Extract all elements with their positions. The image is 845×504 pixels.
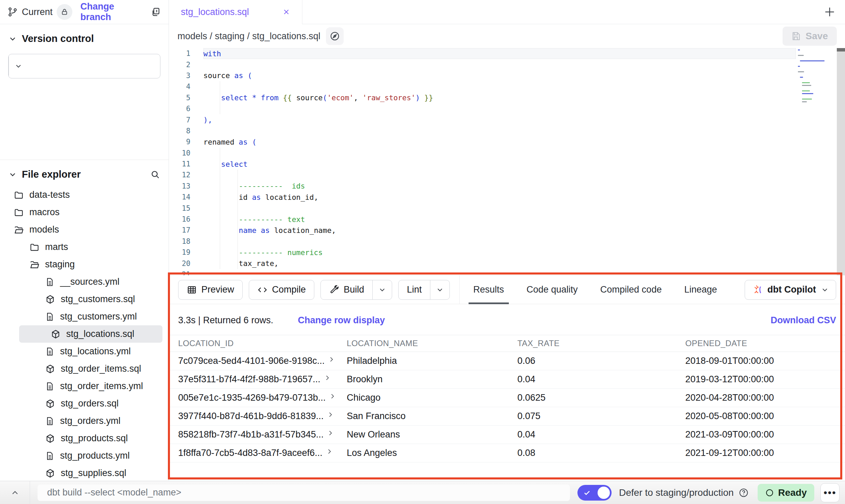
code-line-19[interactable]: 19 ---------- numerics (169, 247, 796, 258)
file-tree-item-stg-order-items-yml[interactable]: stg_order_items.yml (0, 377, 169, 395)
download-csv-link[interactable]: Download CSV (771, 315, 836, 326)
results-row-6[interactable]: 1f8ffa70-7cb5-4d83-8a7f-9aceef6...Los An… (169, 444, 845, 462)
results-row-1[interactable]: 7c079cea-5ed4-4101-906e-9198c...Philadel… (169, 352, 845, 370)
panel-tab-results[interactable]: Results (473, 276, 504, 304)
code-line-1[interactable]: 1with (169, 48, 796, 59)
command-input[interactable]: dbt build --select <model_name> (38, 485, 570, 501)
results-row-3[interactable]: 005e7e1c-1935-4269-b479-0713b...Chicago0… (169, 389, 845, 407)
new-tab-button[interactable] (823, 5, 836, 18)
file-tree-item-stg-products-yml[interactable]: stg_products.yml (0, 447, 169, 464)
column-header-location_name[interactable]: LOCATION_NAME (347, 339, 517, 348)
code-line-15[interactable]: 15 (169, 203, 796, 213)
row-expand-icon[interactable] (329, 393, 336, 400)
code-line-10[interactable]: 10 (169, 148, 796, 159)
column-header-location_id[interactable]: LOCATION_ID (178, 339, 347, 348)
row-expand-icon[interactable] (324, 374, 331, 381)
chevron-down-icon (8, 170, 17, 179)
copilot-label: dbt Copilot (768, 284, 816, 295)
line-number: 4 (169, 83, 203, 91)
dbt-copilot-button[interactable]: dbt Copilot (745, 280, 836, 300)
change-row-display-link[interactable]: Change row display (298, 315, 385, 326)
code-line-3[interactable]: 3source as ( (169, 70, 796, 81)
cell-location-id: 3977f440-b87d-461b-9dd6-81839... (178, 411, 324, 421)
scrollbar-thumb[interactable] (837, 48, 845, 51)
expand-command-bar-button[interactable] (0, 481, 30, 504)
file-tree-item-staging[interactable]: staging (0, 256, 169, 273)
code-line-14[interactable]: 14 id as location_id, (169, 192, 796, 203)
build-caret[interactable] (372, 280, 392, 299)
copy-icon[interactable] (151, 7, 161, 17)
change-branch-link[interactable]: Change branch (81, 1, 147, 23)
row-expand-icon[interactable] (328, 356, 335, 363)
search-icon[interactable] (150, 169, 160, 180)
code-line-6[interactable]: 6 (169, 103, 796, 114)
results-row-5[interactable]: 858218fb-73f7-4b1b-a31f-57b345...New Orl… (169, 426, 845, 444)
create-branch-caret[interactable] (9, 54, 28, 78)
more-options-button[interactable]: ••• (820, 483, 840, 502)
folder-icon (14, 190, 24, 200)
file-tree-item-stg-order-items-sql[interactable]: stg_order_items.sql (0, 360, 169, 377)
code-line-20[interactable]: 20 tax_rate, (169, 258, 796, 269)
file-tree-item-stg-customers-sql[interactable]: stg_customers.sql (0, 291, 169, 308)
file-tree-item-stg-supplies-sql[interactable]: stg_supplies.sql (0, 464, 169, 482)
code-line-4[interactable]: 4 (169, 81, 796, 92)
defer-toggle[interactable] (577, 485, 612, 501)
code-line-13[interactable]: 13 ---------- ids (169, 181, 796, 192)
code-line-8[interactable]: 8 (169, 125, 796, 136)
tab-stg-locations-sql[interactable]: stg_locations.sql (169, 0, 302, 24)
code-line-2[interactable]: 2 (169, 59, 796, 70)
file-tree-item-stg-customers-yml[interactable]: stg_customers.yml (0, 308, 169, 325)
code-line-5[interactable]: 5 select * from {{ source('ecom', 'raw_s… (169, 92, 796, 103)
explore-button[interactable] (326, 27, 344, 45)
file-tree-item-stg-products-sql[interactable]: stg_products.sql (0, 430, 169, 447)
tab-close-icon[interactable] (282, 8, 290, 16)
git-branch-icon (8, 7, 18, 17)
file-tree-item-stg-locations-sql[interactable]: stg_locations.sql (19, 325, 162, 343)
minimap[interactable] (798, 49, 836, 107)
cell-location-id: 37e5f311-b7f4-4f2f-988b-719657... (178, 374, 320, 385)
file-tree-item-models[interactable]: models (0, 221, 169, 238)
code-line-16[interactable]: 16 ---------- text (169, 214, 796, 225)
ide-status-badge[interactable]: Ready (758, 484, 814, 502)
line-content (203, 236, 796, 247)
row-expand-icon[interactable] (326, 448, 333, 455)
file-tree: data-testsmacrosmodelsmartsstaging__sour… (0, 183, 169, 482)
code-line-9[interactable]: 9renamed as ( (169, 136, 796, 147)
version-control-header[interactable]: Version control (0, 24, 169, 48)
results-row-4[interactable]: 3977f440-b87d-461b-9dd6-81839...San Fran… (169, 407, 845, 426)
lint-main[interactable]: Lint (399, 280, 430, 299)
panel-tab-compiled-code[interactable]: Compiled code (600, 276, 662, 304)
code-line-18[interactable]: 18 (169, 236, 796, 247)
ready-label: Ready (778, 487, 807, 498)
file-tree-item-data-tests[interactable]: data-tests (0, 186, 169, 204)
code-line-11[interactable]: 11 select (169, 159, 796, 169)
code-line-12[interactable]: 12 (169, 169, 796, 180)
help-icon[interactable] (739, 488, 749, 498)
file-tree-item--sources-yml[interactable]: __sources.yml (0, 273, 169, 291)
file-tree-item-marts[interactable]: marts (0, 238, 169, 256)
file-tree-item-stg-orders-yml[interactable]: stg_orders.yml (0, 412, 169, 430)
column-header-tax_rate[interactable]: TAX_RATE (517, 339, 685, 348)
editor-scrollbar[interactable] (837, 48, 845, 275)
panel-tab-lineage[interactable]: Lineage (684, 276, 717, 304)
preview-button[interactable]: Preview (178, 280, 243, 300)
results-row-2[interactable]: 37e5f311-b7f4-4f2f-988b-719657...Brookly… (169, 370, 845, 389)
file-tree-item-stg-orders-sql[interactable]: stg_orders.sql (0, 395, 169, 412)
lint-caret[interactable] (430, 280, 449, 299)
panel-tab-code-quality[interactable]: Code quality (527, 276, 578, 304)
file-explorer-header[interactable]: File explorer (0, 160, 169, 183)
column-header-opened_date[interactable]: OPENED_DATE (685, 339, 836, 348)
compile-button[interactable]: Compile (249, 280, 314, 300)
line-content (203, 148, 796, 159)
row-expand-icon[interactable] (327, 411, 334, 418)
code-line-7[interactable]: 7), (169, 114, 796, 125)
line-content: name as location_name, (203, 225, 796, 236)
save-button[interactable]: Save (783, 27, 837, 46)
code-editor[interactable]: 1with23source as (45 select * from {{ so… (169, 48, 796, 275)
build-main[interactable]: Build (321, 280, 372, 299)
file-tree-item-macros[interactable]: macros (0, 204, 169, 221)
row-expand-icon[interactable] (327, 430, 334, 436)
code-line-21[interactable]: 21 (169, 269, 796, 275)
file-tree-item-stg-locations-yml[interactable]: stg_locations.yml (0, 343, 169, 360)
code-line-17[interactable]: 17 name as location_name, (169, 225, 796, 236)
